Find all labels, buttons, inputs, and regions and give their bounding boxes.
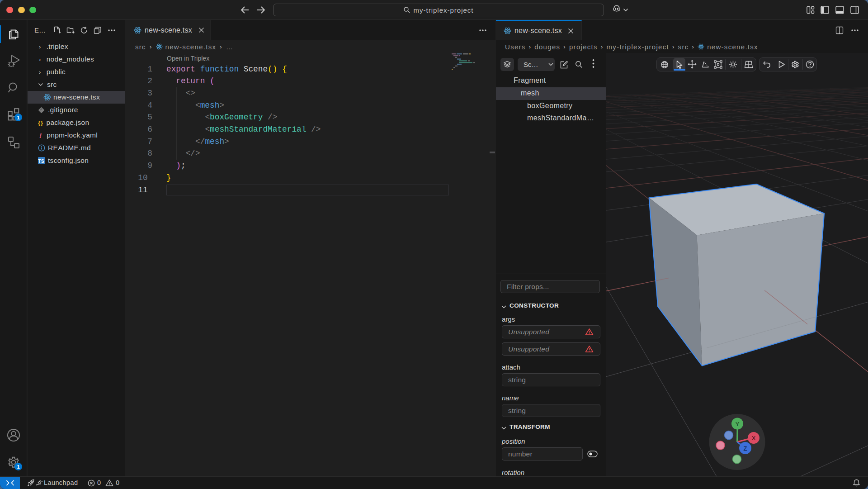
svg-text:Y: Y	[736, 421, 740, 427]
svg-text:Z: Z	[744, 445, 747, 452]
svg-text:X: X	[752, 435, 756, 442]
